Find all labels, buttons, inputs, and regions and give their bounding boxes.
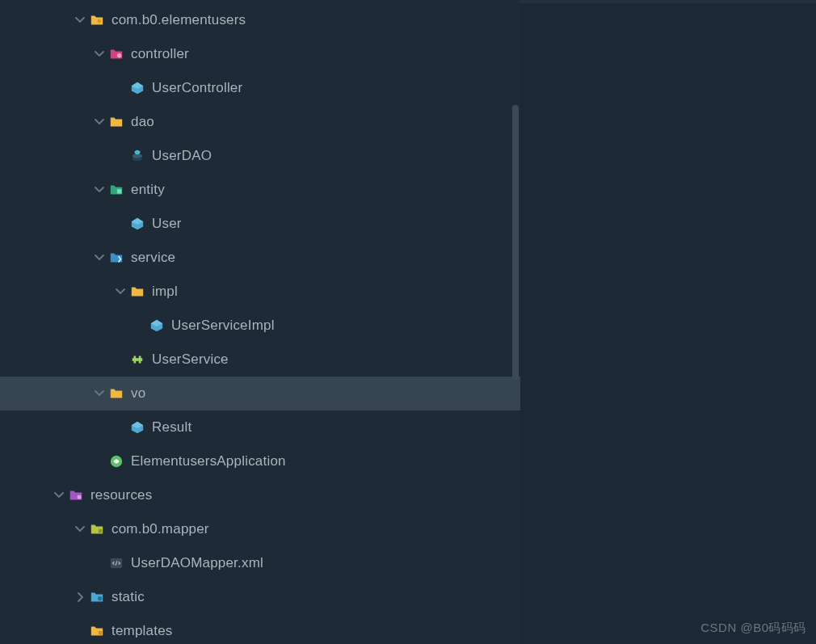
tree-item-result[interactable]: Result: [0, 410, 520, 444]
tree-item-label: entity: [131, 182, 165, 198]
tree-item-label: UserService: [152, 351, 229, 368]
spring-icon: [108, 453, 124, 469]
tree-item-label: resources: [90, 487, 152, 503]
tree-item-resources[interactable]: resources: [0, 478, 520, 512]
chevron-down-icon[interactable]: [90, 49, 108, 59]
folder-resources-icon: [68, 487, 84, 503]
chevron-down-icon[interactable]: [90, 253, 108, 263]
chevron-down-icon[interactable]: [71, 15, 89, 25]
chevron-down-icon[interactable]: [50, 490, 68, 500]
tree-item-label: com.b0.elementusers: [111, 12, 246, 28]
scrollbar-thumb[interactable]: [512, 105, 519, 380]
chevron-down-icon[interactable]: [90, 117, 108, 127]
tree-item-label: Result: [152, 419, 191, 436]
tree-item-user[interactable]: User: [0, 207, 520, 241]
project-tree-panel[interactable]: com.b0.elementuserscontrollerUserControl…: [0, 0, 520, 644]
class-icon: [129, 216, 145, 232]
tree-item-label: service: [131, 250, 175, 266]
folder-entity-icon: [108, 182, 124, 198]
folder-icon: [129, 284, 145, 300]
tree-item-dao[interactable]: dao: [0, 105, 520, 139]
interface-icon: [129, 351, 145, 368]
tree-item-label: controller: [131, 46, 189, 62]
folder-icon: [108, 114, 124, 130]
tree-item-userserviceimpl[interactable]: UserServiceImpl: [0, 309, 520, 343]
tree-item-userservice[interactable]: UserService: [0, 343, 520, 377]
tree-item-templates[interactable]: templates: [0, 614, 520, 644]
tree-item-entity[interactable]: entity: [0, 173, 520, 207]
editor-area: [520, 0, 816, 644]
folder-mapper-icon: [89, 521, 105, 537]
chevron-down-icon[interactable]: [90, 185, 108, 195]
dao-icon: [129, 148, 145, 164]
tree-item-label: dao: [131, 114, 154, 130]
tree-item-elementusersapplication[interactable]: ElementusersApplication: [0, 444, 520, 478]
class-icon: [149, 318, 165, 334]
tree-item-userdao[interactable]: UserDAO: [0, 139, 520, 173]
tree-item-label: static: [111, 589, 145, 605]
chevron-down-icon[interactable]: [111, 287, 129, 297]
folder-templates-icon: [89, 623, 105, 639]
tree-item-controller[interactable]: controller: [0, 37, 520, 71]
tree-item-usercontroller[interactable]: UserController: [0, 71, 520, 105]
tree-item-label: User: [152, 216, 182, 232]
tree-item-com-b0-mapper[interactable]: com.b0.mapper: [0, 512, 520, 546]
tree-item-userdaomapper-xml[interactable]: UserDAOMapper.xml: [0, 546, 520, 580]
tree-item-label: UserDAO: [152, 148, 212, 164]
tree-item-impl[interactable]: impl: [0, 275, 520, 309]
tree-item-com-b0-elementusers[interactable]: com.b0.elementusers: [0, 3, 520, 37]
chevron-down-icon[interactable]: [90, 389, 108, 398]
class-icon: [129, 419, 145, 436]
tree-item-label: vo: [131, 385, 145, 402]
tree-item-label: UserServiceImpl: [171, 318, 275, 334]
tree-item-vo[interactable]: vo: [0, 377, 520, 410]
tree-item-label: ElementusersApplication: [131, 453, 286, 469]
tree-item-label: UserDAOMapper.xml: [131, 555, 263, 571]
folder-icon: [108, 385, 124, 402]
folder-package-icon: [89, 12, 105, 28]
chevron-down-icon[interactable]: [71, 524, 89, 534]
xml-icon: [108, 555, 124, 571]
tree-item-label: UserController: [152, 80, 242, 96]
folder-controller-icon: [108, 46, 124, 62]
tree-item-static[interactable]: static: [0, 580, 520, 614]
panel-container: com.b0.elementuserscontrollerUserControl…: [0, 0, 816, 644]
tree-item-label: templates: [111, 623, 173, 639]
tree-item-label: impl: [152, 284, 178, 300]
chevron-right-icon[interactable]: [71, 592, 89, 602]
class-icon: [129, 80, 145, 96]
folder-service-icon: [108, 250, 124, 266]
folder-static-icon: [89, 589, 105, 605]
watermark: CSDN @B0码码码: [700, 621, 806, 636]
tree-item-service[interactable]: service: [0, 241, 520, 275]
tree-item-label: com.b0.mapper: [111, 521, 209, 537]
